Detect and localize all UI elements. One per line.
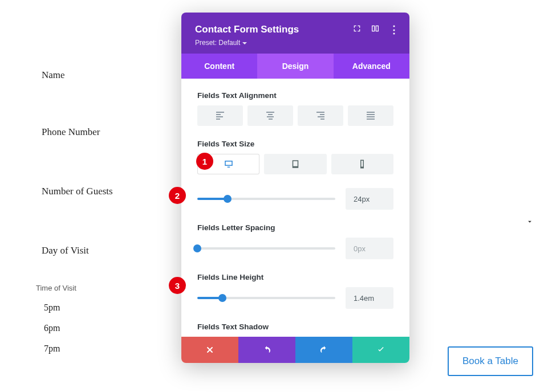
field-day[interactable]: Day of Visit bbox=[31, 238, 174, 263]
lineheight-slider[interactable] bbox=[197, 297, 335, 299]
label-line-height: Fields Line Height bbox=[197, 273, 393, 281]
device-phone-button[interactable] bbox=[331, 154, 393, 174]
align-center-button[interactable] bbox=[247, 105, 293, 126]
settings-panel: Contact Form Settings Preset: Default ⋮ … bbox=[181, 13, 409, 363]
radio-group-title: Time of Visit bbox=[31, 284, 174, 292]
tabs: Content Design Advanced bbox=[181, 54, 409, 79]
field-name[interactable]: Name bbox=[31, 63, 174, 88]
lineheight-value[interactable]: 1.4em bbox=[346, 287, 393, 309]
radio-7pm[interactable]: 7pm bbox=[31, 344, 174, 354]
label-text-shadow: Fields Text Shadow bbox=[197, 322, 393, 331]
device-tablet-button[interactable] bbox=[264, 154, 326, 174]
annotation-badge-2: 2 bbox=[169, 187, 186, 204]
form-fields-preview: Name Phone Number Number of Guests Day o… bbox=[31, 63, 174, 364]
panel-footer bbox=[181, 337, 409, 363]
annotation-badge-1: 1 bbox=[196, 153, 213, 170]
spacing-slider[interactable] bbox=[197, 247, 335, 250]
size-slider-row: 24px bbox=[197, 188, 393, 210]
panel-body: Fields Text Alignment Fields Text Size 2… bbox=[181, 79, 409, 337]
redo-button[interactable] bbox=[295, 337, 352, 363]
tab-advanced[interactable]: Advanced bbox=[334, 54, 409, 79]
size-slider[interactable] bbox=[197, 198, 335, 200]
columns-icon[interactable] bbox=[371, 24, 380, 35]
label-alignment: Fields Text Alignment bbox=[197, 91, 393, 100]
book-table-button[interactable]: Book a Table bbox=[448, 346, 533, 376]
tab-design[interactable]: Design bbox=[257, 54, 333, 79]
label-text-size: Fields Text Size bbox=[197, 140, 393, 148]
spacing-value[interactable]: 0px bbox=[346, 238, 393, 259]
field-phone[interactable]: Phone Number bbox=[31, 120, 174, 145]
size-value[interactable]: 24px bbox=[346, 188, 393, 210]
align-right-button[interactable] bbox=[298, 105, 343, 126]
panel-header: Contact Form Settings Preset: Default ⋮ bbox=[181, 13, 409, 54]
save-button[interactable] bbox=[352, 337, 409, 363]
annotation-badge-3: 3 bbox=[169, 277, 186, 294]
align-justify-button[interactable] bbox=[348, 105, 393, 126]
expand-icon[interactable] bbox=[352, 24, 362, 35]
lineheight-slider-row: 1.4em bbox=[197, 287, 393, 309]
spacing-slider-row: 0px bbox=[197, 238, 393, 259]
align-left-button[interactable] bbox=[197, 105, 243, 126]
alignment-row bbox=[197, 105, 393, 126]
chevron-down-icon[interactable] bbox=[526, 218, 534, 226]
radio-6pm[interactable]: 6pm bbox=[31, 323, 174, 333]
kebab-menu-icon[interactable]: ⋮ bbox=[389, 24, 399, 35]
tab-content[interactable]: Content bbox=[181, 54, 257, 79]
device-row bbox=[197, 154, 393, 174]
cancel-button[interactable] bbox=[181, 337, 238, 363]
label-letter-spacing: Fields Letter Spacing bbox=[197, 223, 393, 232]
undo-button[interactable] bbox=[238, 337, 295, 363]
preset-dropdown[interactable]: Preset: Default bbox=[195, 39, 396, 47]
field-guests[interactable]: Number of Guests bbox=[31, 179, 174, 204]
preset-label: Preset: Default bbox=[195, 39, 240, 47]
radio-5pm[interactable]: 5pm bbox=[31, 303, 174, 313]
